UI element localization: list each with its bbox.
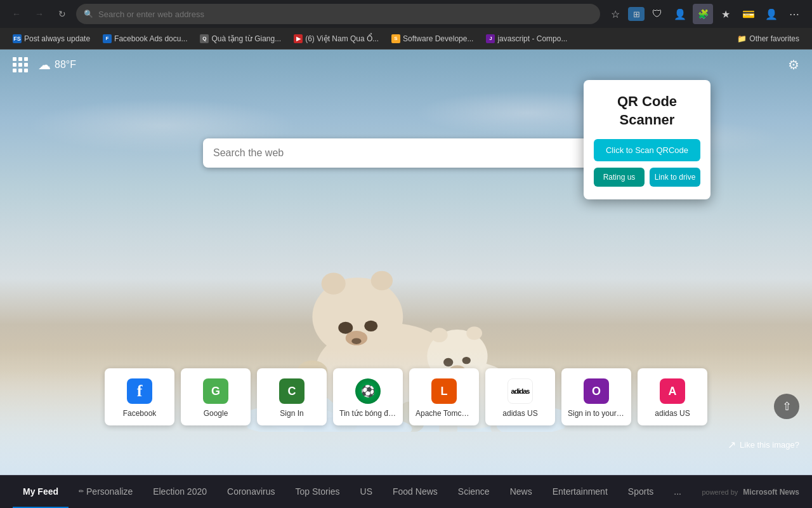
coronavirus-label: Coronavirus xyxy=(227,486,275,497)
fav-item-javascript[interactable]: J javascript - Compo... xyxy=(481,32,572,46)
quick-link-facebook[interactable]: f Facebook xyxy=(105,368,174,425)
toolbar-icons: ☆ ⊞ 🛡 👤 🧩 ★ 💳 👤 ⋯ xyxy=(605,4,804,24)
forward-button[interactable]: → xyxy=(30,5,48,23)
fav-label-fs: Post always update xyxy=(24,34,90,43)
scan-qr-button[interactable]: Click to Scan QRCode xyxy=(594,139,700,161)
account-icon[interactable]: 👤 xyxy=(761,4,782,24)
search-container: 🔍 xyxy=(203,138,609,168)
profile-shield-icon[interactable]: 👤 xyxy=(670,4,690,24)
svg-point-15 xyxy=(466,326,482,340)
search-input[interactable] xyxy=(213,147,580,159)
tin-tuc-label: Tin tức bóng đá... xyxy=(339,409,396,418)
tab-food-news[interactable]: Food News xyxy=(383,476,448,509)
tab-coronavirus[interactable]: Coronavirus xyxy=(217,476,285,509)
new-tab-page: ☁ 88°F ⚙ 🔍 f Facebook G G xyxy=(0,50,812,508)
weather-widget[interactable]: ☁ 88°F xyxy=(38,57,76,72)
extensions-icon[interactable]: 🧩 xyxy=(693,4,713,24)
news-label: News xyxy=(510,486,532,497)
shield-icon[interactable]: 🛡 xyxy=(647,4,667,24)
adidas-2-label: adidas US xyxy=(655,409,690,418)
us-label: US xyxy=(360,486,372,497)
quick-link-adidas-2[interactable]: A adidas US xyxy=(638,368,707,425)
link-to-drive-button[interactable]: Link to drive xyxy=(650,168,700,187)
fav-icon-yt: ▶ xyxy=(294,34,303,43)
qr-popup-title: QR Code Scanner xyxy=(594,93,700,129)
fav-label-qua-tang: Quà tặng từ Giang... xyxy=(211,34,281,43)
fav-icon-software: S xyxy=(391,34,400,43)
scroll-up-button[interactable]: ⇧ xyxy=(774,394,799,419)
fav-label-javascript: javascript - Compo... xyxy=(497,34,567,43)
facebook-label: Facebook xyxy=(123,409,157,418)
fav-item-software[interactable]: S Software Develope... xyxy=(386,32,478,46)
favorites-bar: FS Post always update F Facebook Ads doc… xyxy=(0,28,812,50)
wallet-icon[interactable]: 💳 xyxy=(738,4,759,24)
sign-in-2-label: Sign in to your a... xyxy=(568,409,625,418)
like-icon: ↗ xyxy=(728,439,736,451)
quick-link-apache-tomcat[interactable]: L Apache Tomcat/... xyxy=(409,368,479,425)
svg-point-3 xyxy=(322,273,346,295)
apps-grid-button[interactable] xyxy=(13,57,28,72)
sign-in-label: Sign In xyxy=(280,409,303,418)
science-label: Science xyxy=(458,486,490,497)
fav-icon-qua: Q xyxy=(200,34,209,43)
quick-link-sign-in-2[interactable]: O Sign in to your a... xyxy=(561,368,631,425)
search-box: 🔍 xyxy=(203,138,609,168)
address-bar[interactable]: 🔍 xyxy=(76,4,600,24)
quick-link-adidas-1[interactable]: adidas adidas US xyxy=(485,368,555,425)
adidas-1-label: adidas US xyxy=(502,409,537,418)
personalize-label: Personalize xyxy=(86,486,133,497)
quick-link-sign-in[interactable]: C Sign In xyxy=(257,368,327,425)
fav-icon-fs: FS xyxy=(13,34,22,43)
like-image-button[interactable]: ↗ Like this image? xyxy=(728,439,799,451)
tab-more[interactable]: ... xyxy=(664,476,691,509)
facebook-icon: f xyxy=(127,378,152,404)
tin-tuc-icon: ⚽ xyxy=(355,378,381,404)
favorites-star-icon[interactable]: ☆ xyxy=(605,4,625,24)
tab-top-stories[interactable]: Top Stories xyxy=(285,476,350,509)
food-news-label: Food News xyxy=(393,486,438,497)
address-input[interactable] xyxy=(98,10,593,19)
fav-icon-fb: F xyxy=(103,34,112,43)
fav-label-fb-ads: Facebook Ads docu... xyxy=(114,34,187,43)
more-menu-icon[interactable]: ⋯ xyxy=(784,4,804,24)
svg-point-8 xyxy=(351,338,361,344)
svg-point-4 xyxy=(371,271,393,290)
tab-my-feed[interactable]: My Feed xyxy=(13,476,69,509)
tab-personalize[interactable]: ✏ Personalize xyxy=(69,476,143,509)
quick-links-row: f Facebook G Google C Sign In ⚽ Tin tức … xyxy=(105,368,707,425)
edit-icon: ✏ xyxy=(79,488,84,495)
favorites-icon[interactable]: ★ xyxy=(716,4,736,24)
fav-label-other: Other favorites xyxy=(749,34,799,43)
like-image-label: Like this image? xyxy=(740,440,799,450)
refresh-button[interactable]: ↻ xyxy=(53,5,71,23)
quick-link-tin-tuc[interactable]: ⚽ Tin tức bóng đá... xyxy=(333,368,403,425)
weather-temp: 88°F xyxy=(55,59,76,70)
tab-entertainment[interactable]: Entertainment xyxy=(542,476,618,509)
tab-science[interactable]: Science xyxy=(448,476,500,509)
fav-item-vietnam[interactable]: ▶ (6) Việt Nam Qua Ổ... xyxy=(289,32,384,46)
back-button[interactable]: ← xyxy=(8,5,25,23)
top-stories-label: Top Stories xyxy=(296,486,340,497)
powered-by-text: powered by xyxy=(702,488,738,496)
sign-in-icon: C xyxy=(279,378,304,404)
fav-folder-icon: 📁 xyxy=(737,34,747,43)
election-label: Election 2020 xyxy=(153,486,207,497)
collections-icon[interactable]: ⊞ xyxy=(628,7,645,21)
quick-link-google[interactable]: G Google xyxy=(181,368,251,425)
tab-sports[interactable]: Sports xyxy=(618,476,664,509)
fav-label-vietnam: (6) Việt Nam Qua Ổ... xyxy=(305,34,379,43)
entertainment-label: Entertainment xyxy=(553,486,608,497)
settings-icon[interactable]: ⚙ xyxy=(788,57,799,72)
tab-news[interactable]: News xyxy=(500,476,542,509)
fav-icon-js: J xyxy=(486,34,495,43)
fav-item-other[interactable]: 📁 Other favorites xyxy=(732,32,804,46)
rating-button[interactable]: Rating us xyxy=(594,168,645,187)
svg-point-6 xyxy=(364,321,377,331)
fav-item-fb-ads[interactable]: F Facebook Ads docu... xyxy=(98,32,192,46)
tab-us[interactable]: US xyxy=(350,476,383,509)
fav-item-qua-tang[interactable]: Q Quà tặng từ Giang... xyxy=(195,32,286,46)
fav-item-fs[interactable]: FS Post always update xyxy=(8,32,95,46)
weather-icon: ☁ xyxy=(38,57,51,72)
tab-election[interactable]: Election 2020 xyxy=(143,476,217,509)
more-tabs-label: ... xyxy=(674,486,681,497)
